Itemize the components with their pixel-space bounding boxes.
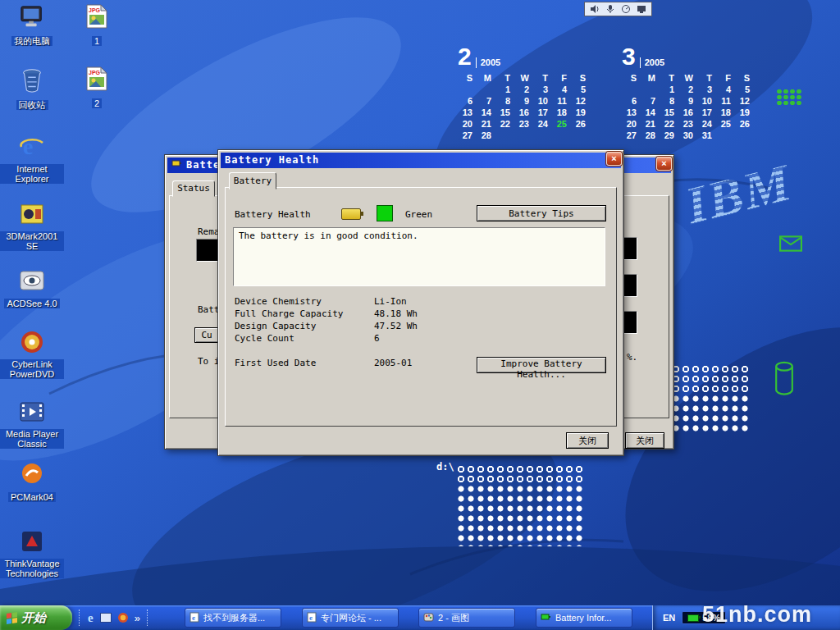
calendar-date: 15 bbox=[660, 107, 678, 118]
windows-flag-icon bbox=[7, 612, 17, 624]
calendar-year: 2005 bbox=[640, 57, 664, 68]
battery-gauge bbox=[623, 274, 637, 297]
desktop-icon-acdsee[interactable]: ACDSee 4.0 bbox=[0, 269, 64, 310]
microphone-icon[interactable] bbox=[605, 4, 615, 14]
calendar-day-header: T bbox=[697, 72, 716, 84]
improve-battery-health-button[interactable]: Improve Battery Health... bbox=[477, 357, 606, 373]
taskbar-task-paint[interactable]: 2 - 画图 bbox=[418, 608, 515, 628]
calendar-date: 24 bbox=[533, 118, 552, 130]
dot-pattern bbox=[671, 364, 750, 394]
display-icon[interactable] bbox=[637, 4, 646, 14]
desktop-file-1[interactable]: JPG 1 bbox=[75, 3, 118, 48]
desktop-icon-thinkvantage[interactable]: ThinkVantage Technologies bbox=[0, 529, 64, 580]
battery-gauge bbox=[623, 237, 637, 260]
ie-quicklaunch-icon[interactable]: e bbox=[88, 611, 94, 625]
desktop-file-2[interactable]: JPG 2 bbox=[75, 66, 118, 110]
settings-dial-icon[interactable] bbox=[621, 4, 631, 14]
calendar-date bbox=[533, 130, 552, 141]
calendar-date: 11 bbox=[716, 95, 735, 107]
envelope-icon bbox=[779, 235, 802, 252]
calendar-date bbox=[495, 130, 514, 141]
calendar-date: 4 bbox=[552, 84, 571, 95]
jpg-file-icon: JPG bbox=[85, 18, 108, 32]
close-icon[interactable] bbox=[606, 152, 622, 166]
battery-tips-button[interactable]: Battery Tips bbox=[477, 205, 606, 221]
icon-label: 回收站 bbox=[16, 100, 48, 110]
close-button[interactable]: 关闭 bbox=[566, 432, 609, 449]
tab-status[interactable]: Status bbox=[172, 180, 215, 197]
media-player-classic-icon bbox=[19, 399, 45, 427]
calendar-day-header: M bbox=[641, 72, 660, 84]
taskbar-task-browser-2[interactable]: e 专门网论坛 - ... bbox=[302, 608, 399, 628]
taskbar-task-battery-information[interactable]: Battery Infor... bbox=[536, 608, 632, 628]
close-button[interactable]: 关闭 bbox=[625, 432, 664, 449]
calendar-date: 28 bbox=[641, 130, 660, 141]
field-label: Cycle Count bbox=[235, 333, 294, 344]
calendar-date: 5 bbox=[735, 84, 754, 95]
3dmark2001-icon bbox=[20, 202, 44, 230]
show-desktop-icon[interactable] bbox=[100, 613, 112, 623]
language-indicator[interactable]: EN bbox=[663, 613, 675, 623]
desktop-mini-toolbar[interactable] bbox=[584, 2, 652, 16]
tab-battery[interactable]: Battery bbox=[229, 172, 276, 189]
health-status-text: Green bbox=[405, 209, 432, 220]
calendar-date: 21 bbox=[477, 118, 495, 130]
calendar-day-header: F bbox=[716, 72, 735, 84]
calendar-date bbox=[458, 84, 477, 95]
ie-page-icon: e bbox=[307, 612, 317, 624]
calendar-date: 2 bbox=[678, 84, 697, 95]
calendar-date: 18 bbox=[552, 107, 571, 118]
calendar-day-header: T bbox=[495, 72, 514, 84]
calendar-date: 16 bbox=[514, 107, 533, 118]
separator bbox=[147, 609, 149, 626]
calendar-date: 13 bbox=[622, 107, 641, 118]
svg-text:e: e bbox=[192, 614, 195, 622]
condition-textbox[interactable]: The battery is in good condition. bbox=[233, 227, 605, 286]
calendar-day-header: S bbox=[458, 72, 477, 84]
calendar-date: 3 bbox=[697, 84, 716, 95]
dot-pattern bbox=[456, 464, 584, 484]
calendar-date: 7 bbox=[477, 95, 495, 107]
separator bbox=[79, 609, 81, 626]
battery-health-label: Battery Health bbox=[235, 209, 311, 220]
calendar-date: 31 bbox=[697, 130, 716, 141]
svg-text:e: e bbox=[23, 134, 33, 159]
calendar-day-header: M bbox=[477, 72, 495, 84]
ie-page-icon: e bbox=[189, 612, 199, 624]
internet-explorer-icon: e bbox=[19, 133, 45, 162]
percent-label-fragment: %. bbox=[627, 352, 637, 363]
calendar-date bbox=[514, 130, 533, 141]
close-icon[interactable] bbox=[656, 157, 672, 171]
desktop-icon-media-player-classic[interactable]: Media Player Classic bbox=[0, 399, 64, 450]
battery-health-dialog[interactable]: Battery Health Battery Battery Health Gr… bbox=[217, 149, 624, 456]
calendar-date bbox=[571, 130, 590, 141]
dialog-titlebar[interactable]: Battery Health bbox=[221, 153, 621, 168]
desktop-icon-recycle-bin[interactable]: 回收站 bbox=[0, 67, 64, 112]
calendar-date: 10 bbox=[533, 95, 552, 107]
task-label: 2 - 画图 bbox=[438, 612, 469, 624]
powerdvd-icon bbox=[19, 330, 45, 358]
svg-text:JPG: JPG bbox=[89, 7, 101, 13]
volume-icon[interactable] bbox=[590, 4, 600, 14]
desktop-icon-powerdvd[interactable]: CyberLink PowerDVD bbox=[0, 330, 64, 381]
desktop-icon-internet-explorer[interactable]: e Internet Explorer bbox=[0, 133, 64, 185]
calendar-date: 9 bbox=[514, 95, 533, 107]
taskbar-task-browser-1[interactable]: e 找不到服务器... bbox=[185, 608, 281, 628]
thinkvantage-icon bbox=[20, 529, 44, 557]
media-player-quicklaunch-icon[interactable] bbox=[118, 613, 128, 623]
field-value: 48.18 Wh bbox=[374, 308, 418, 319]
cu-button-fragment[interactable]: Cu bbox=[194, 327, 219, 343]
icon-label: 3DMark2001 SE bbox=[0, 231, 64, 251]
desktop-icon-3dmark2001[interactable]: 3DMark2001 SE bbox=[0, 202, 64, 253]
field-label: First Used Date bbox=[235, 358, 316, 368]
calendar-date: 29 bbox=[660, 130, 678, 141]
calendar-date: 27 bbox=[622, 130, 641, 141]
field-value: 6 bbox=[374, 333, 380, 344]
calendar-day-header: S bbox=[571, 72, 590, 84]
calendar-day-header: S bbox=[622, 72, 641, 84]
chevron-icon[interactable] bbox=[135, 610, 140, 625]
desktop-icon-my-computer[interactable]: 我的电脑 bbox=[0, 5, 64, 48]
start-button[interactable]: 开始 bbox=[0, 605, 72, 630]
desktop-icon-pcmark04[interactable]: PCMark04 bbox=[0, 461, 64, 504]
calendar-date bbox=[552, 130, 571, 141]
